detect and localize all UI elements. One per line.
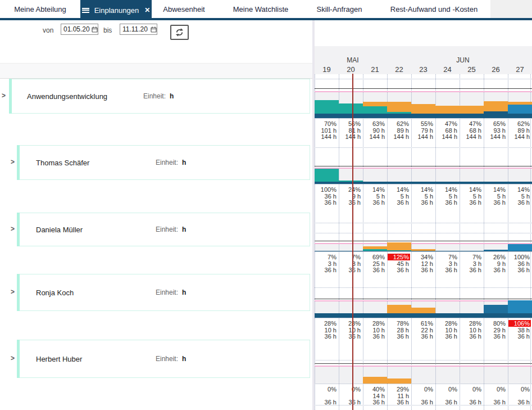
load-bar-segment[interactable]	[435, 182, 460, 184]
load-bar-segment[interactable]	[435, 313, 460, 318]
bis-date-input[interactable]	[122, 25, 149, 33]
load-bar-segment[interactable]	[411, 104, 435, 114]
load-bar-segment[interactable]	[315, 182, 339, 184]
load-bar-segment[interactable]	[363, 114, 387, 118]
load-bar-segment[interactable]	[387, 182, 411, 184]
load-bar-segment[interactable]	[339, 181, 363, 182]
calendar-icon[interactable]	[92, 26, 98, 33]
value-capacity: 36 h	[339, 267, 362, 273]
value-planned	[460, 393, 483, 399]
load-bar-segment[interactable]	[508, 102, 532, 104]
expand-chevron-icon[interactable]: >	[2, 92, 6, 100]
value-percent: 0%	[484, 386, 507, 393]
load-bar-segment[interactable]	[460, 106, 484, 114]
load-bar-segment[interactable]	[508, 313, 532, 318]
load-bar-segment[interactable]	[363, 246, 387, 249]
load-bar-segment[interactable]	[508, 300, 532, 313]
load-bar-segment[interactable]	[387, 114, 411, 118]
load-bar-segment[interactable]	[363, 249, 387, 251]
unit-value: h	[182, 355, 186, 363]
value-planned: 36 h	[508, 260, 531, 267]
value-capacity: 36 h	[436, 399, 458, 406]
row-separator	[315, 223, 532, 223]
tab-skill-anfragen[interactable]: Skill-Anfragen	[299, 0, 379, 18]
load-bar-segment[interactable]	[411, 251, 435, 251]
bis-date-input-wrap	[120, 24, 157, 35]
load-bar-segment[interactable]	[315, 169, 339, 182]
load-bar-segment[interactable]	[387, 313, 411, 318]
value-planned: 5 h	[388, 193, 410, 200]
expand-chevron-icon[interactable]: >	[11, 158, 15, 166]
value-percent: 0%	[412, 386, 434, 393]
von-date-input[interactable]	[63, 25, 90, 33]
value-capacity: 36 h	[412, 333, 434, 340]
close-icon[interactable]: ✕	[144, 6, 150, 14]
load-bar-segment[interactable]	[339, 114, 363, 118]
load-bar-segment[interactable]	[387, 305, 411, 313]
load-bar-segment[interactable]	[508, 114, 532, 118]
load-bar-segment[interactable]	[339, 103, 363, 114]
menu-icon[interactable]	[82, 8, 89, 13]
expand-chevron-icon[interactable]: >	[11, 288, 15, 296]
load-bar-segment[interactable]	[508, 244, 532, 251]
load-bar-segment[interactable]	[363, 313, 387, 318]
load-bar-segment[interactable]	[484, 305, 508, 313]
load-bar-segment[interactable]	[484, 101, 508, 111]
load-bar-segment[interactable]	[435, 114, 460, 118]
tab-einplanungen[interactable]: Einplanungen ✕	[80, 0, 152, 20]
expand-chevron-icon[interactable]: >	[11, 354, 15, 362]
load-bar-segment[interactable]	[387, 242, 411, 250]
value-capacity: 36 h	[460, 199, 483, 206]
load-bar-segment[interactable]	[363, 377, 387, 384]
load-bar-segment[interactable]	[484, 111, 508, 118]
load-bar-segment[interactable]	[411, 249, 435, 251]
load-bar-segment[interactable]	[460, 114, 484, 118]
load-bar-segment[interactable]	[387, 112, 411, 114]
load-bar-segment[interactable]	[435, 106, 460, 114]
load-bar-segment[interactable]	[387, 251, 411, 251]
expand-chevron-icon[interactable]: >	[11, 225, 15, 233]
load-bar-segment[interactable]	[339, 313, 363, 318]
load-bar-segment[interactable]	[435, 251, 460, 251]
load-bar-segment[interactable]	[315, 313, 339, 318]
load-bar-segment[interactable]	[411, 313, 435, 318]
load-bar-segment[interactable]	[460, 251, 484, 251]
value-planned: 29 h	[484, 327, 507, 334]
load-bar-segment[interactable]	[315, 114, 339, 118]
today-line	[352, 74, 353, 410]
load-bar-segment[interactable]	[387, 250, 411, 251]
load-bar-segment[interactable]	[339, 182, 363, 184]
tab-abwesenheit[interactable]: Abwesenheit	[152, 0, 216, 18]
load-bar-segment[interactable]	[387, 379, 411, 384]
load-bar-segment[interactable]	[411, 308, 435, 313]
load-bar-segment[interactable]	[484, 251, 508, 251]
load-bar-segment[interactable]	[484, 250, 508, 251]
tab-meine-watchliste[interactable]: Meine Watchliste	[222, 0, 299, 18]
tab-rest-aufwand-und-kosten[interactable]: Rest-Aufwand und -Kosten	[379, 0, 489, 18]
value-capacity: 36 h	[339, 399, 362, 406]
load-bar-segment[interactable]	[363, 106, 387, 114]
load-bar-segment[interactable]	[411, 114, 435, 118]
load-bar-segment[interactable]	[363, 251, 387, 251]
load-bar-segment[interactable]	[411, 182, 435, 184]
load-bar-segment[interactable]	[363, 182, 387, 184]
load-bar-segment[interactable]	[508, 251, 532, 251]
row-separator	[315, 287, 532, 288]
tab-meine-abteilung[interactable]: Meine Abteilung	[0, 0, 80, 18]
load-bar-segment[interactable]	[508, 182, 532, 184]
calendar-icon[interactable]	[151, 26, 157, 33]
pane-splitter[interactable]	[312, 20, 315, 410]
refresh-button[interactable]	[170, 25, 189, 40]
load-bar-segment[interactable]	[460, 182, 484, 184]
timeline-month-label: JUN	[452, 56, 474, 64]
load-bar-segment[interactable]	[363, 102, 387, 106]
unit-label: Einheit:	[143, 92, 166, 100]
load-bar-segment[interactable]	[460, 313, 484, 318]
load-bar-segment[interactable]	[339, 251, 363, 251]
load-bar-segment[interactable]	[484, 182, 508, 184]
load-bar-segment[interactable]	[387, 102, 411, 111]
load-bar-segment[interactable]	[508, 105, 532, 114]
load-bar-segment[interactable]	[315, 251, 339, 251]
load-bar-segment[interactable]	[315, 100, 339, 114]
load-bar-segment[interactable]	[484, 313, 508, 318]
